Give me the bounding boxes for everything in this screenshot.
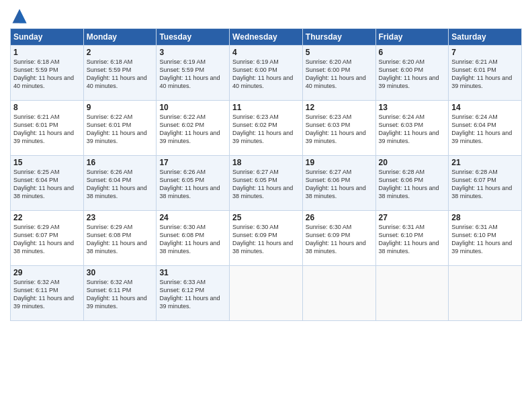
day-cell: 9 Sunrise: 6:22 AMSunset: 6:01 PMDayligh… xyxy=(83,101,157,156)
day-info: Sunrise: 6:18 AMSunset: 5:59 PMDaylight:… xyxy=(87,58,147,89)
col-header-saturday: Saturday xyxy=(449,29,522,46)
day-number: 27 xyxy=(379,213,446,222)
day-info: Sunrise: 6:21 AMSunset: 6:01 PMDaylight:… xyxy=(13,113,74,144)
day-info: Sunrise: 6:31 AMSunset: 6:10 PMDaylight:… xyxy=(451,224,512,255)
day-number: 17 xyxy=(159,158,226,167)
day-number: 1 xyxy=(13,48,81,57)
week-row-2: 8 Sunrise: 6:21 AMSunset: 6:01 PMDayligh… xyxy=(11,101,522,156)
day-info: Sunrise: 6:27 AMSunset: 6:05 PMDaylight:… xyxy=(232,169,293,199)
day-cell xyxy=(230,266,303,321)
day-number: 2 xyxy=(87,48,154,57)
day-number: 14 xyxy=(451,103,519,112)
day-number: 24 xyxy=(159,213,226,222)
day-cell: 28 Sunrise: 6:31 AMSunset: 6:10 PMDaylig… xyxy=(449,211,522,266)
page: SundayMondayTuesdayWednesdayThursdayFrid… xyxy=(0,0,532,411)
day-info: Sunrise: 6:30 AMSunset: 6:08 PMDaylight:… xyxy=(159,224,220,255)
day-info: Sunrise: 6:32 AMSunset: 6:11 PMDaylight:… xyxy=(13,279,74,310)
day-number: 15 xyxy=(13,158,81,167)
day-info: Sunrise: 6:19 AMSunset: 6:00 PMDaylight:… xyxy=(232,58,293,89)
day-cell: 20 Sunrise: 6:28 AMSunset: 6:06 PMDaylig… xyxy=(375,156,449,211)
header xyxy=(10,7,522,26)
svg-marker-1 xyxy=(19,9,27,24)
day-info: Sunrise: 6:28 AMSunset: 6:07 PMDaylight:… xyxy=(451,169,512,199)
day-number: 4 xyxy=(232,48,300,57)
day-info: Sunrise: 6:19 AMSunset: 5:59 PMDaylight:… xyxy=(159,58,220,89)
day-cell: 4 Sunrise: 6:19 AMSunset: 6:00 PMDayligh… xyxy=(230,46,303,101)
day-cell xyxy=(302,266,375,321)
day-info: Sunrise: 6:22 AMSunset: 6:02 PMDaylight:… xyxy=(159,113,220,144)
day-number: 19 xyxy=(306,158,373,167)
day-info: Sunrise: 6:25 AMSunset: 6:04 PMDaylight:… xyxy=(13,169,74,199)
day-info: Sunrise: 6:30 AMSunset: 6:09 PMDaylight:… xyxy=(232,224,293,255)
day-number: 22 xyxy=(13,213,81,222)
day-info: Sunrise: 6:20 AMSunset: 6:00 PMDaylight:… xyxy=(379,58,439,89)
week-row-1: 1 Sunrise: 6:18 AMSunset: 5:59 PMDayligh… xyxy=(11,46,522,101)
day-info: Sunrise: 6:26 AMSunset: 6:04 PMDaylight:… xyxy=(87,169,147,199)
day-info: Sunrise: 6:26 AMSunset: 6:05 PMDaylight:… xyxy=(159,169,220,199)
day-cell: 23 Sunrise: 6:29 AMSunset: 6:08 PMDaylig… xyxy=(83,211,157,266)
col-header-sunday: Sunday xyxy=(11,29,84,46)
day-number: 11 xyxy=(232,103,300,112)
day-cell: 6 Sunrise: 6:20 AMSunset: 6:00 PMDayligh… xyxy=(375,46,449,101)
day-info: Sunrise: 6:29 AMSunset: 6:07 PMDaylight:… xyxy=(13,224,74,255)
day-cell: 17 Sunrise: 6:26 AMSunset: 6:05 PMDaylig… xyxy=(157,156,230,211)
day-cell: 26 Sunrise: 6:30 AMSunset: 6:09 PMDaylig… xyxy=(302,211,375,266)
day-cell: 3 Sunrise: 6:19 AMSunset: 5:59 PMDayligh… xyxy=(157,46,230,101)
day-number: 5 xyxy=(306,48,373,57)
day-number: 18 xyxy=(232,158,300,167)
day-number: 26 xyxy=(306,213,373,222)
day-cell: 21 Sunrise: 6:28 AMSunset: 6:07 PMDaylig… xyxy=(449,156,522,211)
col-header-thursday: Thursday xyxy=(302,29,375,46)
day-cell: 15 Sunrise: 6:25 AMSunset: 6:04 PMDaylig… xyxy=(11,156,84,211)
day-cell: 16 Sunrise: 6:26 AMSunset: 6:04 PMDaylig… xyxy=(83,156,157,211)
day-cell: 25 Sunrise: 6:30 AMSunset: 6:09 PMDaylig… xyxy=(230,211,303,266)
day-cell: 8 Sunrise: 6:21 AMSunset: 6:01 PMDayligh… xyxy=(11,101,84,156)
day-cell: 1 Sunrise: 6:18 AMSunset: 5:59 PMDayligh… xyxy=(11,46,84,101)
day-info: Sunrise: 6:27 AMSunset: 6:06 PMDaylight:… xyxy=(306,169,366,199)
day-cell: 10 Sunrise: 6:22 AMSunset: 6:02 PMDaylig… xyxy=(157,101,230,156)
day-info: Sunrise: 6:31 AMSunset: 6:10 PMDaylight:… xyxy=(379,224,439,255)
day-cell: 13 Sunrise: 6:24 AMSunset: 6:03 PMDaylig… xyxy=(375,101,449,156)
day-info: Sunrise: 6:22 AMSunset: 6:01 PMDaylight:… xyxy=(87,113,147,144)
day-info: Sunrise: 6:24 AMSunset: 6:04 PMDaylight:… xyxy=(451,113,512,144)
day-number: 30 xyxy=(87,268,154,277)
logo-icon xyxy=(10,7,29,26)
day-cell: 29 Sunrise: 6:32 AMSunset: 6:11 PMDaylig… xyxy=(11,266,84,321)
week-row-5: 29 Sunrise: 6:32 AMSunset: 6:11 PMDaylig… xyxy=(11,266,522,321)
day-cell: 18 Sunrise: 6:27 AMSunset: 6:05 PMDaylig… xyxy=(230,156,303,211)
day-number: 3 xyxy=(159,48,226,57)
week-row-3: 15 Sunrise: 6:25 AMSunset: 6:04 PMDaylig… xyxy=(11,156,522,211)
day-cell: 5 Sunrise: 6:20 AMSunset: 6:00 PMDayligh… xyxy=(302,46,375,101)
logo xyxy=(10,7,32,26)
day-cell: 14 Sunrise: 6:24 AMSunset: 6:04 PMDaylig… xyxy=(449,101,522,156)
day-cell: 7 Sunrise: 6:21 AMSunset: 6:01 PMDayligh… xyxy=(449,46,522,101)
day-number: 9 xyxy=(87,103,154,112)
day-cell: 12 Sunrise: 6:23 AMSunset: 6:03 PMDaylig… xyxy=(302,101,375,156)
day-info: Sunrise: 6:20 AMSunset: 6:00 PMDaylight:… xyxy=(306,58,366,89)
day-number: 6 xyxy=(379,48,446,57)
col-header-monday: Monday xyxy=(83,29,157,46)
day-number: 31 xyxy=(159,268,226,277)
day-info: Sunrise: 6:32 AMSunset: 6:11 PMDaylight:… xyxy=(87,279,147,310)
day-number: 20 xyxy=(379,158,446,167)
day-info: Sunrise: 6:23 AMSunset: 6:02 PMDaylight:… xyxy=(232,113,293,144)
day-info: Sunrise: 6:23 AMSunset: 6:03 PMDaylight:… xyxy=(306,113,366,144)
day-info: Sunrise: 6:28 AMSunset: 6:06 PMDaylight:… xyxy=(379,169,439,199)
calendar-header-row: SundayMondayTuesdayWednesdayThursdayFrid… xyxy=(11,29,522,46)
day-cell xyxy=(375,266,449,321)
col-header-friday: Friday xyxy=(375,29,449,46)
day-number: 28 xyxy=(451,213,519,222)
day-number: 8 xyxy=(13,103,81,112)
day-cell: 24 Sunrise: 6:30 AMSunset: 6:08 PMDaylig… xyxy=(157,211,230,266)
day-info: Sunrise: 6:18 AMSunset: 5:59 PMDaylight:… xyxy=(13,58,74,89)
day-number: 13 xyxy=(379,103,446,112)
day-cell xyxy=(449,266,522,321)
day-number: 12 xyxy=(306,103,373,112)
day-cell: 22 Sunrise: 6:29 AMSunset: 6:07 PMDaylig… xyxy=(11,211,84,266)
day-number: 21 xyxy=(451,158,519,167)
day-number: 7 xyxy=(451,48,519,57)
title-block xyxy=(32,7,522,8)
day-info: Sunrise: 6:29 AMSunset: 6:08 PMDaylight:… xyxy=(87,224,147,255)
day-cell: 31 Sunrise: 6:33 AMSunset: 6:12 PMDaylig… xyxy=(157,266,230,321)
day-cell: 30 Sunrise: 6:32 AMSunset: 6:11 PMDaylig… xyxy=(83,266,157,321)
